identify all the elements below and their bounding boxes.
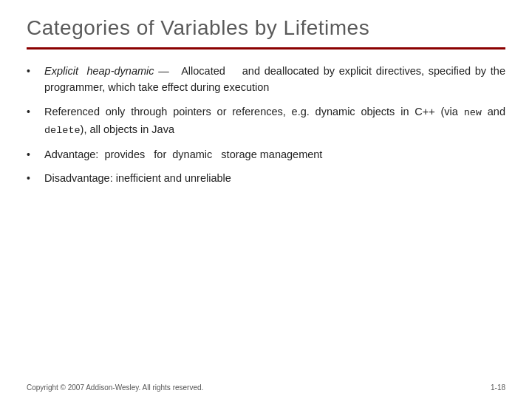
- slide-title: Categories of Variables by Lifetimes: [27, 16, 505, 40]
- bullet-item-4: • Disadvantage: inefficient and unreliab…: [27, 170, 505, 187]
- code-delete: delete: [44, 125, 81, 136]
- bullet-dot-1: •: [27, 64, 40, 80]
- bullet-item-2: • Referenced only through pointers or re…: [27, 103, 505, 139]
- slide-header: Categories of Variables by Lifetimes: [0, 0, 532, 47]
- slide-footer: Copyright © 2007 Addison-Wesley. All rig…: [0, 378, 532, 399]
- bullet-dot-3: •: [27, 147, 40, 163]
- bullet-dot-2: •: [27, 104, 40, 120]
- slide: Categories of Variables by Lifetimes • E…: [0, 0, 532, 399]
- footer-copyright: Copyright © 2007 Addison-Wesley. All rig…: [27, 383, 203, 392]
- term-explicit-heap-dynamic: Explicit heap-dynamic: [44, 65, 154, 77]
- slide-content: • Explicit heap-dynamic — Allocated and …: [0, 50, 532, 378]
- code-new: new: [464, 107, 482, 118]
- bullet-text-4: Disadvantage: inefficient and unreliable: [44, 170, 505, 186]
- bullet-text-3: Advantage: provides for dynamic storage …: [44, 146, 505, 163]
- bullet-text-1: Explicit heap-dynamic — Allocated and de…: [44, 63, 505, 96]
- footer-page-number: 1-18: [491, 383, 505, 392]
- bullet-dot-4: •: [27, 171, 40, 187]
- bullet-item-1: • Explicit heap-dynamic — Allocated and …: [27, 63, 505, 96]
- bullet-text-2: Referenced only through pointers or refe…: [44, 103, 505, 139]
- bullet-item-3: • Advantage: provides for dynamic storag…: [27, 146, 505, 163]
